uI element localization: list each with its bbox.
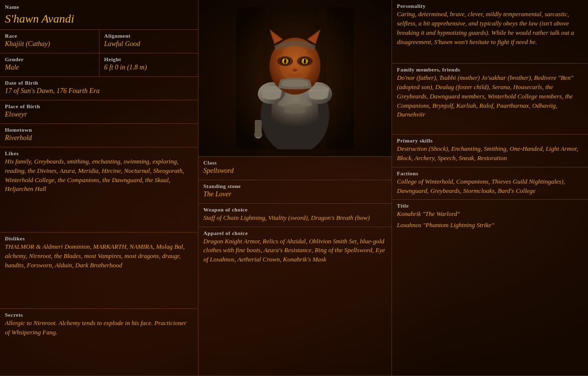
pob-label: Place of Birth — [5, 103, 193, 109]
svg-rect-28 — [255, 120, 262, 137]
gender-height-row: Gender Male Height 6 ft 0 in (1.8 m) — [0, 53, 198, 77]
family-cell: Family members, friends Do'nor (father),… — [392, 64, 588, 135]
portrait-area — [198, 0, 392, 157]
gender-cell: Gender Male — [0, 53, 99, 76]
race-cell: Race Khajiit (Cathay) — [0, 30, 99, 53]
height-cell: Height 6 ft 0 in (1.8 m) — [99, 53, 198, 76]
svg-point-24 — [302, 59, 304, 60]
personality-cell: Personality Caring, determined, brave, c… — [392, 0, 588, 64]
gender-value: Male — [5, 63, 94, 72]
height-value: 6 ft 0 in (1.8 m) — [104, 63, 194, 72]
right-column: Personality Caring, determined, brave, c… — [392, 0, 588, 376]
apparel-cell: Apparel of choice Dragon Knight Armor, R… — [198, 227, 392, 376]
factions-cell: Factions College of Winterhold, Companio… — [392, 167, 588, 200]
skills-value: Destruction (Shock), Enchanting, Smithin… — [397, 144, 583, 163]
middle-column: Class Spellsword Standing stone The Love… — [198, 0, 392, 376]
dislikes-label: Dislikes — [5, 235, 193, 241]
pob-value: Elsweyr — [5, 110, 193, 119]
race-label: Race — [5, 33, 94, 39]
family-label: Family members, friends — [397, 67, 583, 72]
class-label: Class — [203, 160, 387, 165]
weapon-value: Staff of Chain Lightning, Vitality (swor… — [203, 213, 387, 223]
left-column: Name S'hawn Avandi Race Khajiit (Cathay)… — [0, 0, 198, 376]
dislikes-value: THALMOR & Aldmeri Dominion, MARKARTH, NA… — [5, 242, 193, 270]
character-portrait — [236, 7, 354, 149]
height-label: Height — [104, 56, 194, 62]
skills-label: Primary skills — [397, 138, 583, 143]
main-container: Name S'hawn Avandi Race Khajiit (Cathay)… — [0, 0, 588, 376]
skills-cell: Primary skills Destruction (Shock), Ench… — [392, 135, 588, 167]
name-label: Name — [5, 4, 193, 10]
dislikes-cell: Dislikes THALMOR & Aldmeri Dominion, MAR… — [0, 233, 198, 309]
hometown-label: Hometown — [5, 127, 193, 133]
personality-label: Personality — [397, 3, 583, 9]
class-cell: Class Spellsword — [198, 157, 392, 180]
secrets-label: Secrets — [5, 312, 193, 318]
factions-value: College of Winterhold, Companions, Thiev… — [397, 177, 583, 196]
personality-value: Caring, determined, brave, clever, mildl… — [397, 10, 583, 47]
gender-label: Gender — [5, 56, 94, 62]
apparel-label: Apparel of choice — [203, 230, 387, 236]
weapon-cell: Weapon of choice Staff of Chain Lightnin… — [198, 204, 392, 227]
title-label: Title — [397, 203, 583, 209]
hometown-value: Riverhold — [5, 134, 193, 143]
name-cell: Name S'hawn Avandi — [0, 0, 198, 30]
title-cell: Title Konahrik "The Warlord" Losahnos "P… — [392, 200, 588, 376]
race-alignment-row: Race Khajiit (Cathay) Alignment Lawful G… — [0, 30, 198, 53]
name-value: S'hawn Avandi — [5, 11, 193, 26]
dob-value: 17 of Sun's Dawn, 176 Fourth Era — [5, 87, 193, 96]
portrait-svg — [236, 7, 354, 149]
dob-cell: Date of Birth 17 of Sun's Dawn, 176 Four… — [0, 77, 198, 100]
standing-stone-label: Standing stone — [203, 183, 387, 189]
alignment-cell: Alignment Lawful Good — [99, 30, 198, 53]
weapon-label: Weapon of choice — [203, 207, 387, 212]
secrets-value: Allergic to Nirnroot. Alchemy tends to e… — [5, 319, 193, 337]
title-value-2: Losahnos "Phantom Lightning Strike" — [397, 221, 583, 230]
likes-label: Likes — [5, 150, 193, 156]
svg-point-25 — [293, 69, 297, 71]
alignment-value: Lawful Good — [104, 40, 194, 49]
class-value: Spellsword — [203, 166, 387, 176]
apparel-value: Dragon Knight Armor, Relics of Ahzidal, … — [203, 237, 387, 265]
family-value: Do'nor (father), Tsabhi (mother) Jo'sakh… — [397, 73, 583, 119]
hometown-cell: Hometown Riverhold — [0, 124, 198, 147]
title-value-1: Konahrik "The Warlord" — [397, 210, 583, 219]
factions-label: Factions — [397, 170, 583, 176]
svg-point-23 — [283, 59, 285, 60]
race-value: Khajiit (Cathay) — [5, 40, 94, 49]
secrets-cell: Secrets Allergic to Nirnroot. Alchemy te… — [0, 309, 198, 376]
standing-stone-value: The Lover — [203, 190, 387, 199]
dob-label: Date of Birth — [5, 80, 193, 86]
alignment-label: Alignment — [104, 33, 194, 39]
standing-stone-cell: Standing stone The Lover — [198, 180, 392, 204]
likes-cell: Likes His family, Greybeards, smithing, … — [0, 147, 198, 233]
likes-value: His family, Greybeards, smithing, enchan… — [5, 157, 193, 194]
pob-cell: Place of Birth Elsweyr — [0, 100, 198, 124]
